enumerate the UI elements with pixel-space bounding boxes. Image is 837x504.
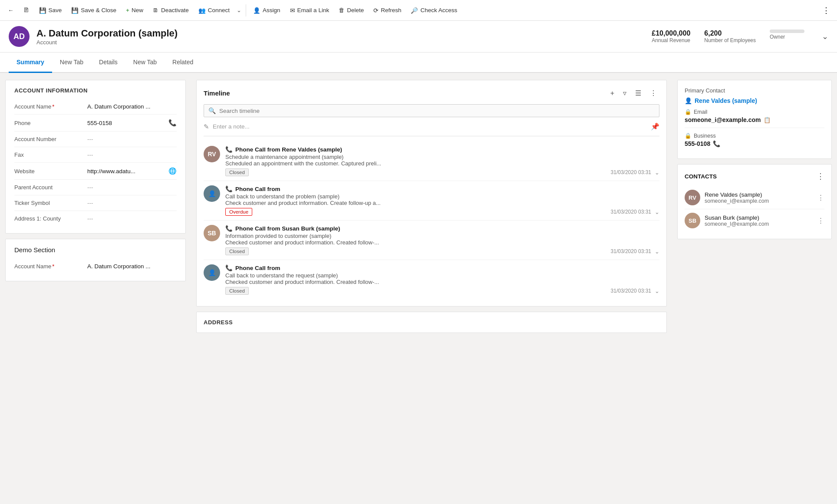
timeline-header: Timeline + ▿ ☰ ⋮ [204, 87, 659, 99]
contact-business-label: 🔒 Business [685, 132, 824, 139]
demo-section-title: Demo Section [14, 246, 177, 254]
check-access-button[interactable]: 🔎 Check Access [406, 4, 461, 16]
field-value-account-name[interactable]: A. Datum Corporation ... [87, 103, 177, 110]
owner-badge [770, 30, 804, 33]
header-fields: £10,000,000 Annual Revenue 6,200 Number … [652, 30, 828, 43]
more-button[interactable]: ⋮ [819, 3, 834, 18]
back-button[interactable]: ← [3, 4, 18, 16]
new-button[interactable]: + New [122, 4, 148, 16]
timeline-section: Timeline + ▿ ☰ ⋮ 🔍 ✎ Enter a note... 📌 [196, 80, 667, 306]
copy-email-icon[interactable]: 📋 [764, 117, 771, 123]
save-close-button[interactable]: 💾 Save & Close [67, 4, 121, 16]
tl-expand-4[interactable]: ⌄ [655, 288, 659, 294]
field-value-address-county[interactable]: --- [87, 215, 177, 222]
globe-icon[interactable]: 🌐 [168, 167, 177, 175]
contact-email-value: someone_i@example.com 📋 [685, 116, 824, 123]
field-account-name: Account Name* A. Datum Corporation ... [14, 99, 177, 115]
delete-button[interactable]: 🗑 Delete [334, 4, 368, 16]
timeline-list-button[interactable]: ☰ [633, 87, 644, 99]
lock-icon-email: 🔒 [685, 109, 692, 115]
call-business-icon[interactable]: 📞 [713, 140, 720, 147]
field-fax: Fax --- [14, 147, 177, 163]
contact-details-susan: Susan Burk (sample) someone_l@example.co… [705, 214, 813, 227]
contacts-title: CONTACTS [685, 173, 817, 180]
field-label-phone: Phone [14, 120, 84, 126]
assign-button[interactable]: 👤 Assign [249, 4, 285, 16]
email-link-button[interactable]: ✉ Email a Link [286, 4, 334, 16]
tl-title-1: 📞 Phone Call from Rene Valdes (sample) [225, 146, 659, 153]
field-value-parent-account[interactable]: --- [87, 184, 177, 191]
phone-icon[interactable]: 📞 [168, 119, 177, 127]
tabs-bar: Summary New Tab Details New Tab Related [0, 53, 837, 73]
tl-expand-2[interactable]: ⌄ [655, 209, 659, 215]
timeline-filter-button[interactable]: ▿ [620, 87, 629, 99]
tl-avatar-initials-4: 👤 [204, 264, 220, 281]
email-icon: ✉ [290, 7, 295, 14]
timeline-add-button[interactable]: + [608, 88, 617, 99]
contact-susan-more-button[interactable]: ⋮ [817, 216, 824, 225]
form-icon-button[interactable]: 🖹 [19, 4, 34, 16]
tab-related[interactable]: Related [165, 53, 201, 73]
search-input[interactable] [219, 108, 655, 114]
timeline-search[interactable]: 🔍 [204, 104, 659, 117]
contact-email-row: 🔒 Email someone_i@example.com 📋 [685, 104, 824, 128]
field-value-website[interactable]: http://www.adatu... [87, 168, 165, 175]
tab-summary[interactable]: Summary [9, 53, 52, 73]
header-chevron[interactable]: ⌄ [822, 32, 828, 41]
tl-time-1: 31/03/2020 03:31 [611, 169, 651, 175]
field-value-account-number[interactable]: --- [87, 136, 177, 142]
contacts-more-button[interactable]: ⋮ [817, 171, 824, 181]
field-value-ticker-symbol[interactable]: --- [87, 200, 177, 206]
contact-email-rene: someone_i@example.com [705, 198, 813, 204]
main-content: ACCOUNT INFORMATION Account Name* A. Dat… [0, 73, 837, 504]
tl-expand-3[interactable]: ⌄ [655, 248, 659, 255]
contact-avatar-rene: RV [685, 190, 700, 205]
tl-avatar-2: 👤 [204, 185, 220, 202]
contact-email-susan: someone_l@example.com [705, 221, 813, 227]
record-type: Account [36, 39, 178, 46]
timeline-item: RV 📞 Phone Call from Rene Valdes (sample… [204, 142, 659, 181]
field-value-fax[interactable]: --- [87, 152, 177, 158]
contact-details-rene: Rene Valdes (sample) someone_i@example.c… [705, 191, 813, 204]
tl-expand-1[interactable]: ⌄ [655, 169, 659, 176]
tab-details[interactable]: Details [91, 53, 125, 73]
tl-footer-4: Closed 31/03/2020 03:31 ⌄ [225, 287, 659, 295]
note-input-row: ✎ Enter a note... 📌 [204, 122, 659, 136]
center-panel: Timeline + ▿ ☰ ⋮ 🔍 ✎ Enter a note... 📌 [191, 73, 672, 504]
connect-chevron[interactable]: ⌄ [235, 4, 243, 16]
tab-newtab-1[interactable]: New Tab [52, 53, 91, 73]
annual-revenue-field: £10,000,000 Annual Revenue [652, 30, 690, 43]
primary-contact-label: Primary Contact [685, 87, 824, 94]
tab-newtab-2[interactable]: New Tab [125, 53, 165, 73]
timeline-more-button[interactable]: ⋮ [647, 87, 659, 99]
address-title: ADDRESS [204, 319, 659, 326]
note-placeholder[interactable]: Enter a note... [213, 123, 647, 130]
tl-content-2: 📞 Phone Call from Call back to understan… [225, 185, 659, 216]
demo-field-value-account-name[interactable]: A. Datum Corporation ... [87, 263, 177, 270]
demo-required-mark: * [52, 263, 54, 270]
tl-badge-3: Closed [225, 247, 249, 255]
tl-footer-3: Closed 31/03/2020 03:31 ⌄ [225, 247, 659, 255]
attach-icon[interactable]: 📌 [651, 122, 659, 131]
contact-rene-more-button[interactable]: ⋮ [817, 193, 824, 202]
tl-desc2-3: Checked customer and product information… [225, 239, 659, 246]
save-button[interactable]: 💾 Save [35, 4, 66, 16]
contact-name-susan[interactable]: Susan Burk (sample) [705, 214, 813, 221]
tl-time-4: 31/03/2020 03:31 [611, 288, 651, 294]
new-icon: + [126, 7, 129, 13]
demo-field-label-account-name: Account Name* [14, 263, 84, 270]
tl-title-2: 📞 Phone Call from [225, 185, 659, 192]
refresh-button[interactable]: ⟳ Refresh [369, 4, 405, 16]
contact-business-row: 🔒 Business 555-0108 📞 [685, 128, 824, 152]
contact-item: SB Susan Burk (sample) someone_l@example… [685, 209, 824, 232]
avatar: AD [9, 26, 30, 47]
field-value-phone[interactable]: 555-0158 [87, 120, 165, 126]
back-icon: ← [8, 7, 14, 13]
connect-button[interactable]: 👥 Connect [194, 4, 234, 16]
contact-name-rene[interactable]: Rene Valdes (sample) [705, 191, 813, 198]
deactivate-button[interactable]: 🗎 Deactivate [148, 4, 193, 16]
tl-desc1-1: Schedule a maintenance appointment (samp… [225, 154, 659, 160]
demo-field-account-name: Account Name* A. Datum Corporation ... [14, 259, 177, 274]
connect-icon: 👥 [198, 7, 206, 14]
primary-contact-link[interactable]: 👤 Rene Valdes (sample) [685, 97, 824, 104]
